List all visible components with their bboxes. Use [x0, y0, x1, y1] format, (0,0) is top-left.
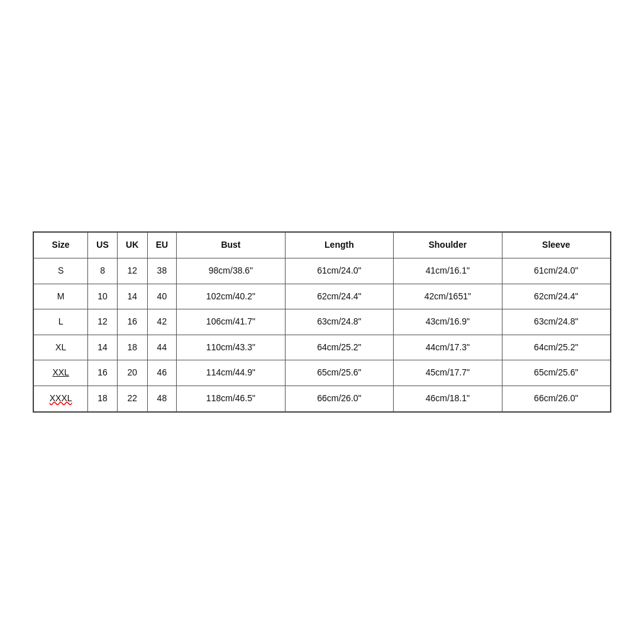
- cell-uk: 20: [117, 360, 147, 386]
- cell-shoulder: 45cm/17.7": [394, 360, 502, 386]
- cell-us: 16: [88, 360, 118, 386]
- cell-sleeve: 64cm/25.2": [502, 335, 610, 360]
- cell-length: 64cm/25.2": [285, 335, 393, 360]
- cell-sleeve: 63cm/24.8": [502, 309, 610, 335]
- cell-size: XXXL: [34, 386, 88, 411]
- cell-us: 18: [88, 386, 118, 411]
- col-header-length: Length: [285, 233, 393, 258]
- cell-sleeve: 61cm/24.0": [502, 258, 610, 284]
- cell-bust: 114cm/44.9": [177, 360, 285, 386]
- cell-uk: 18: [117, 335, 147, 360]
- col-header-sleeve: Sleeve: [502, 233, 610, 258]
- col-header-bust: Bust: [177, 233, 285, 258]
- size-chart-wrapper: Size US UK EU Bust Length Shoulder Sleev…: [33, 231, 611, 412]
- cell-eu: 44: [147, 335, 177, 360]
- cell-sleeve: 66cm/26.0": [502, 386, 610, 411]
- table-row: M101440102cm/40.2"62cm/24.4"42cm/1651"62…: [34, 284, 611, 309]
- cell-bust: 110cm/43.3": [177, 335, 285, 360]
- cell-length: 63cm/24.8": [285, 309, 393, 335]
- cell-size: M: [34, 284, 88, 309]
- cell-shoulder: 43cm/16.9": [394, 309, 502, 335]
- cell-shoulder: 42cm/1651": [394, 284, 502, 309]
- cell-shoulder: 44cm/17.3": [394, 335, 502, 360]
- header-row: Size US UK EU Bust Length Shoulder Sleev…: [34, 233, 611, 258]
- table-body: S8123898cm/38.6"61cm/24.0"41cm/16.1"61cm…: [34, 258, 611, 412]
- cell-bust: 106cm/41.7": [177, 309, 285, 335]
- cell-length: 66cm/26.0": [285, 386, 393, 411]
- cell-length: 61cm/24.0": [285, 258, 393, 284]
- cell-shoulder: 41cm/16.1": [394, 258, 502, 284]
- col-header-uk: UK: [117, 233, 147, 258]
- cell-eu: 46: [147, 360, 177, 386]
- cell-size: L: [34, 309, 88, 335]
- cell-eu: 48: [147, 386, 177, 411]
- cell-eu: 40: [147, 284, 177, 309]
- cell-size: XL: [34, 335, 88, 360]
- cell-length: 65cm/25.6": [285, 360, 393, 386]
- cell-size: S: [34, 258, 88, 284]
- table-row: XL141844110cm/43.3"64cm/25.2"44cm/17.3"6…: [34, 335, 611, 360]
- cell-sleeve: 65cm/25.6": [502, 360, 610, 386]
- cell-bust: 118cm/46.5": [177, 386, 285, 411]
- cell-us: 10: [88, 284, 118, 309]
- cell-uk: 16: [117, 309, 147, 335]
- cell-size: XXL: [34, 360, 88, 386]
- table-row: L121642106cm/41.7"63cm/24.8"43cm/16.9"63…: [34, 309, 611, 335]
- col-header-eu: EU: [147, 233, 177, 258]
- cell-uk: 14: [117, 284, 147, 309]
- cell-us: 14: [88, 335, 118, 360]
- table-header: Size US UK EU Bust Length Shoulder Sleev…: [34, 233, 611, 258]
- cell-uk: 12: [117, 258, 147, 284]
- col-header-size: Size: [34, 233, 88, 258]
- cell-length: 62cm/24.4": [285, 284, 393, 309]
- cell-sleeve: 62cm/24.4": [502, 284, 610, 309]
- cell-us: 12: [88, 309, 118, 335]
- col-header-us: US: [88, 233, 118, 258]
- table-row: XXL162046114cm/44.9"65cm/25.6"45cm/17.7"…: [34, 360, 611, 386]
- cell-bust: 102cm/40.2": [177, 284, 285, 309]
- cell-eu: 38: [147, 258, 177, 284]
- cell-uk: 22: [117, 386, 147, 411]
- cell-bust: 98cm/38.6": [177, 258, 285, 284]
- table-row: S8123898cm/38.6"61cm/24.0"41cm/16.1"61cm…: [34, 258, 611, 284]
- size-chart-table: Size US UK EU Bust Length Shoulder Sleev…: [33, 232, 611, 411]
- cell-us: 8: [88, 258, 118, 284]
- col-header-shoulder: Shoulder: [394, 233, 502, 258]
- cell-eu: 42: [147, 309, 177, 335]
- table-row: XXXL182248118cm/46.5"66cm/26.0"46cm/18.1…: [34, 386, 611, 411]
- cell-shoulder: 46cm/18.1": [394, 386, 502, 411]
